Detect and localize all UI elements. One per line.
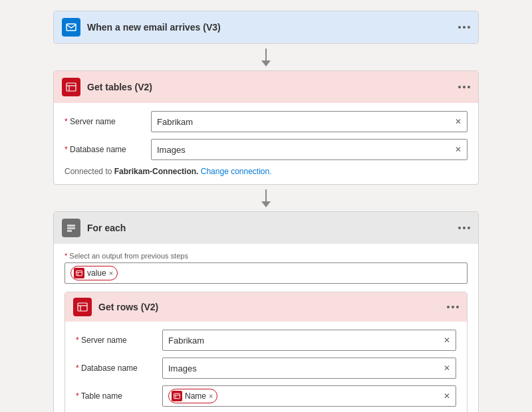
svg-rect-4	[76, 270, 82, 276]
token-close-icon[interactable]: ×	[109, 269, 113, 277]
database-field-row: Database name Images ✕	[65, 139, 467, 160]
get-tables-icon	[62, 78, 80, 96]
rows-table-field-row: Table name	[76, 385, 456, 407]
get-rows-icon	[73, 298, 92, 316]
arrow-1	[261, 45, 271, 69]
rows-server-value: Fabrikam	[168, 336, 204, 346]
token-label: value	[87, 268, 106, 278]
get-tables-menu[interactable]	[458, 86, 470, 88]
database-label: Database name	[65, 145, 151, 154]
name-token-close[interactable]: ×	[209, 392, 213, 400]
database-input[interactable]: Images ✕	[151, 139, 467, 160]
select-output-label: Select an output from previous steps	[65, 252, 467, 260]
get-tables-connection: Connected to Fabrikam-Connection. Change…	[65, 167, 467, 176]
get-tables-title: Get tables (V2)	[87, 82, 452, 92]
server-value: Fabrikam	[157, 117, 193, 127]
rows-table-label: Table name	[76, 391, 162, 401]
database-value: Images	[157, 145, 186, 155]
rows-server-label: Server name	[76, 336, 162, 345]
rows-server-clear[interactable]: ✕	[444, 336, 450, 345]
server-field-row: Server name Fabrikam ✕	[65, 111, 467, 132]
database-clear-icon[interactable]: ✕	[455, 145, 462, 154]
server-clear-icon[interactable]: ✕	[455, 117, 462, 126]
arrow-2	[261, 186, 271, 210]
trigger-header: When a new email arrives (V3)	[54, 11, 478, 43]
get-rows-menu[interactable]	[447, 306, 459, 308]
token-db-icon	[74, 268, 84, 278]
connection-name: Fabrikam-Connection.	[114, 167, 199, 176]
get-rows-title: Get rows (V2)	[98, 302, 440, 312]
get-tables-header: Get tables (V2)	[54, 71, 478, 103]
trigger-menu[interactable]	[458, 26, 470, 29]
for-each-card: For each Select an output from previous …	[53, 211, 479, 412]
get-tables-card: Get tables (V2) Server name Fabrikam ✕ D…	[53, 70, 479, 185]
name-token-icon	[172, 391, 182, 401]
get-rows-body: Server name Fabrikam ✕ Database name Ima…	[65, 322, 467, 412]
get-tables-body: Server name Fabrikam ✕ Database name Ima…	[54, 103, 478, 184]
email-icon	[62, 18, 80, 37]
svg-rect-10	[174, 393, 180, 399]
rows-table-input[interactable]: Name × ✕	[162, 385, 456, 407]
rows-database-field-row: Database name Images ✕	[76, 358, 456, 379]
for-each-menu[interactable]	[458, 227, 470, 229]
value-token: value ×	[70, 266, 118, 280]
trigger-card: When a new email arrives (V3)	[53, 11, 479, 44]
rows-server-input[interactable]: Fabrikam ✕	[162, 330, 456, 351]
for-each-body: Select an output from previous steps val…	[54, 244, 478, 412]
get-rows-card: Get rows (V2) Server name Fabrikam ✕	[65, 292, 467, 412]
rows-database-value: Images	[168, 363, 197, 373]
for-each-header: For each	[54, 212, 478, 244]
get-rows-header: Get rows (V2)	[65, 292, 467, 322]
select-output-field[interactable]: value ×	[65, 262, 467, 284]
rows-database-clear[interactable]: ✕	[444, 363, 450, 373]
svg-rect-7	[78, 303, 87, 311]
server-input[interactable]: Fabrikam ✕	[151, 111, 467, 132]
rows-database-input[interactable]: Images ✕	[162, 358, 456, 379]
rows-server-field-row: Server name Fabrikam ✕	[76, 330, 456, 351]
name-token: Name ×	[168, 389, 217, 403]
svg-rect-0	[66, 24, 76, 31]
change-connection-link[interactable]: Change connection.	[201, 167, 272, 176]
for-each-title: For each	[87, 223, 452, 233]
server-label: Server name	[65, 117, 151, 126]
svg-rect-1	[66, 83, 76, 91]
trigger-title: When a new email arrives (V3)	[87, 22, 452, 33]
for-each-icon	[62, 219, 80, 237]
rows-database-label: Database name	[76, 363, 162, 373]
flow-canvas: When a new email arrives (V3) Get tables…	[27, 11, 505, 412]
table-clear[interactable]: ✕	[444, 391, 450, 401]
name-token-label: Name	[185, 391, 206, 401]
